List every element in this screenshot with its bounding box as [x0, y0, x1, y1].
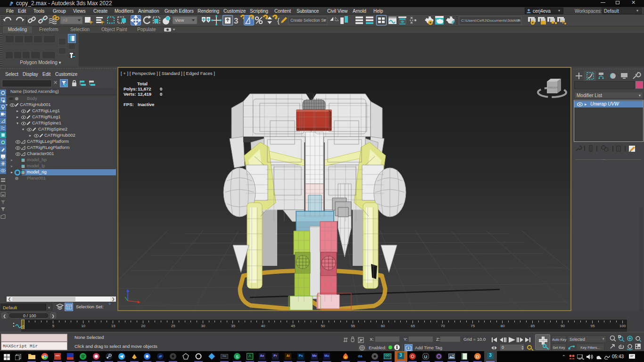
svg-text:Polys:: Polys: [124, 86, 137, 91]
svg-text:FPS:: FPS: [124, 102, 134, 107]
svg-text:D: D [476, 354, 479, 359]
svg-text:Verts:: Verts: [124, 91, 136, 97]
svg-text:12,419: 12,419 [138, 91, 151, 97]
svg-text:Create Selection Se: Create Selection Se [290, 18, 326, 23]
svg-text:0: 0 [160, 86, 162, 91]
svg-text:Inactive: Inactive [138, 102, 154, 107]
svg-text:FRONT: FRONT [548, 86, 558, 89]
svg-text:11,672: 11,672 [138, 86, 151, 91]
svg-text:3: 3 [234, 16, 238, 25]
svg-text:All: All [63, 18, 67, 23]
svg-text:C:\Users\CeRJ\Documents\3dsMax: C:\Users\CeRJ\Documents\3dsMax [461, 18, 520, 23]
svg-text:U: U [424, 354, 428, 359]
svg-text:Total: Total [137, 81, 148, 86]
svg-text:[ + ] [ Perspective ] [ Standa: [ + ] [ Perspective ] [ Standard ] [ Edg… [121, 71, 215, 76]
svg-text:S: S [236, 354, 239, 359]
svg-text:0: 0 [160, 91, 162, 97]
svg-text:{: { [277, 16, 280, 25]
svg-text:View: View [175, 18, 184, 23]
